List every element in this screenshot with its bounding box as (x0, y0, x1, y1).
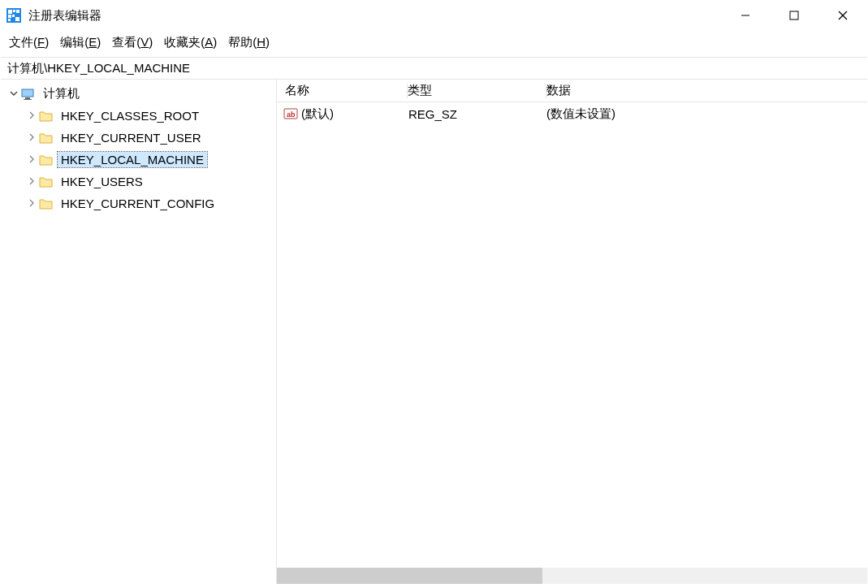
folder-icon (38, 109, 54, 123)
menu-view[interactable]: 查看(V) (112, 35, 153, 50)
computer-icon (20, 87, 37, 102)
menu-edit[interactable]: 编辑(E) (60, 35, 101, 50)
chevron-right-icon[interactable] (25, 176, 38, 188)
tree-item[interactable]: HKEY_CLASSES_ROOT (1, 105, 276, 127)
header-type[interactable]: 类型 (408, 83, 546, 98)
chevron-down-icon[interactable] (7, 89, 20, 100)
regedit-app-icon (6, 7, 22, 24)
svg-rect-3 (16, 10, 19, 13)
tree-item[interactable]: HKEY_USERS (1, 171, 276, 192)
chevron-right-icon[interactable] (25, 110, 38, 122)
folder-icon (38, 131, 54, 145)
svg-rect-2 (13, 10, 15, 12)
header-data[interactable]: 数据 (546, 83, 867, 98)
cell-data: (数值未设置) (546, 106, 867, 122)
svg-rect-7 (8, 19, 11, 21)
list-header: 名称 类型 数据 (277, 80, 867, 102)
chevron-right-icon[interactable] (25, 198, 38, 210)
menu-file[interactable]: 文件(F) (9, 35, 49, 50)
address-bar (1, 57, 867, 80)
main-content: 计算机 HKEY_CLASSES_ROOTHKEY_CURRENT_USERHK… (1, 80, 867, 584)
address-input[interactable] (7, 62, 861, 76)
svg-rect-6 (15, 17, 19, 21)
tree-item-label: HKEY_CURRENT_USER (58, 130, 205, 145)
tree-root-label: 计算机 (40, 85, 83, 102)
minimize-button[interactable] (721, 1, 770, 30)
menu-favorites[interactable]: 收藏夹(A) (164, 35, 217, 50)
svg-rect-12 (22, 89, 33, 97)
close-button[interactable] (818, 1, 867, 30)
svg-rect-5 (12, 15, 15, 17)
tree-item-label: HKEY_USERS (58, 174, 146, 189)
cell-type: REG_SZ (408, 107, 546, 121)
maximize-button[interactable] (770, 1, 818, 30)
horizontal-scrollbar[interactable] (277, 568, 867, 584)
menu-bar: 文件(F) 编辑(E) 查看(V) 收藏夹(A) 帮助(H) (1, 30, 867, 57)
folder-icon (38, 175, 54, 189)
window-title: 注册表编辑器 (28, 8, 721, 24)
folder-icon (38, 197, 54, 211)
chevron-right-icon[interactable] (25, 154, 38, 166)
string-value-icon: ab (283, 107, 298, 120)
cell-name: (默认) (301, 106, 408, 122)
svg-text:ab: ab (287, 110, 296, 119)
header-name[interactable]: 名称 (277, 83, 407, 98)
menu-help[interactable]: 帮助(H) (228, 35, 270, 50)
tree-root-computer[interactable]: 计算机 (1, 83, 276, 105)
window-controls (721, 1, 867, 30)
folder-icon (38, 153, 54, 167)
chevron-right-icon[interactable] (25, 132, 38, 144)
tree-item[interactable]: HKEY_CURRENT_CONFIG (1, 192, 276, 214)
svg-rect-1 (8, 10, 12, 14)
tree-item[interactable]: HKEY_CURRENT_USER (1, 127, 276, 149)
title-bar: 注册表编辑器 (1, 1, 867, 30)
tree-item-label: HKEY_CLASSES_ROOT (58, 108, 202, 123)
list-pane: 名称 类型 数据 ab(默认)REG_SZ(数值未设置) (277, 80, 867, 584)
scrollbar-thumb[interactable] (277, 568, 542, 584)
svg-rect-4 (8, 15, 11, 18)
svg-rect-14 (24, 99, 32, 100)
list-body[interactable]: ab(默认)REG_SZ(数值未设置) (277, 102, 867, 568)
tree-item-label: HKEY_CURRENT_CONFIG (58, 196, 218, 211)
tree-item[interactable]: HKEY_LOCAL_MACHINE (1, 149, 276, 171)
tree-item-label: HKEY_LOCAL_MACHINE (58, 152, 207, 167)
svg-rect-9 (790, 11, 798, 19)
svg-rect-13 (25, 97, 30, 99)
tree-pane[interactable]: 计算机 HKEY_CLASSES_ROOTHKEY_CURRENT_USERHK… (1, 80, 277, 584)
list-row[interactable]: ab(默认)REG_SZ(数值未设置) (277, 102, 867, 125)
